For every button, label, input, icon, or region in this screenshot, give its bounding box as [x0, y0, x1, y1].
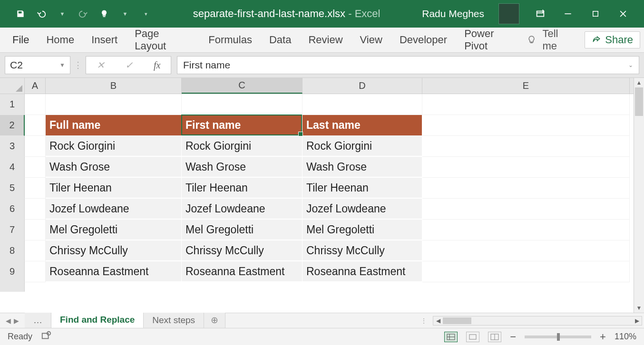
sheet-tab-ellipsis[interactable]: …: [25, 313, 51, 328]
row-header[interactable]: 1: [0, 94, 25, 115]
cell[interactable]: [422, 115, 630, 136]
tab-formulas[interactable]: Formulas: [200, 28, 261, 52]
tab-view[interactable]: View: [351, 28, 391, 52]
cell[interactable]: Chrissy McCully: [182, 240, 302, 261]
cell[interactable]: Chrissy McCully: [302, 240, 422, 261]
cell[interactable]: Rock Giorgini: [182, 136, 302, 157]
tab-insert[interactable]: Insert: [83, 28, 126, 52]
cell[interactable]: [25, 178, 46, 199]
row-header[interactable]: 4: [0, 157, 25, 178]
horizontal-scrollbar[interactable]: ◀ ▶: [433, 316, 642, 326]
cell[interactable]: [422, 220, 630, 240]
row-header[interactable]: 6: [0, 199, 25, 220]
view-page-layout-button[interactable]: [466, 332, 479, 342]
sheet-nav[interactable]: ◀▶: [0, 313, 25, 328]
cell[interactable]: [422, 261, 630, 282]
tab-home[interactable]: Home: [38, 28, 83, 52]
cell[interactable]: [422, 157, 630, 178]
row-header[interactable]: 8: [0, 240, 25, 261]
macro-record-icon[interactable]: [41, 330, 51, 343]
scroll-thumb[interactable]: [635, 87, 643, 116]
name-box[interactable]: C2 ▼: [5, 56, 70, 74]
cell[interactable]: Wash Grose: [182, 157, 302, 178]
close-icon[interactable]: [616, 7, 630, 20]
cell[interactable]: [422, 136, 630, 157]
cell[interactable]: [25, 240, 46, 261]
maximize-icon[interactable]: [589, 7, 602, 20]
cell[interactable]: Mel Gregoletti: [302, 220, 422, 240]
cell[interactable]: Tiler Heenan: [46, 178, 182, 199]
cell[interactable]: [25, 199, 46, 220]
view-page-break-button[interactable]: [488, 332, 501, 342]
cells-area[interactable]: Full nameFirst nameLast nameRock Giorgin…: [25, 94, 644, 292]
tab-file[interactable]: File: [4, 28, 38, 52]
spreadsheet-grid[interactable]: ABCDE 123456789 Full nameFirst nameLast …: [0, 78, 644, 313]
cell[interactable]: Mel Gregoletti: [182, 220, 302, 240]
cell[interactable]: Mel Gregoletti: [46, 220, 182, 240]
tab-data[interactable]: Data: [261, 28, 300, 52]
scroll-right-icon[interactable]: ▶: [632, 317, 642, 324]
cell[interactable]: Rock Giorgini: [46, 136, 182, 157]
row-header[interactable]: 2: [0, 115, 25, 136]
cell[interactable]: Tiler Heenan: [182, 178, 302, 199]
column-header[interactable]: C: [182, 78, 302, 94]
zoom-slider[interactable]: [525, 335, 591, 338]
chevron-down-icon[interactable]: ▼: [57, 9, 68, 19]
undo-icon[interactable]: [36, 9, 47, 19]
cell[interactable]: [25, 220, 46, 240]
avatar[interactable]: [498, 3, 519, 24]
cell[interactable]: Jozef Lowdeane: [182, 199, 302, 220]
chevron-down-icon[interactable]: ▼: [59, 62, 65, 68]
formula-input[interactable]: First name ⌄: [177, 56, 639, 74]
cell[interactable]: [422, 94, 630, 115]
row-header[interactable]: 7: [0, 220, 25, 240]
cell[interactable]: [25, 115, 46, 136]
cell[interactable]: Roseanna Eastment: [46, 261, 182, 282]
cell[interactable]: Roseanna Eastment: [302, 261, 422, 282]
cell[interactable]: Tiler Heenan: [302, 178, 422, 199]
split-handle[interactable]: ⋮: [420, 317, 433, 325]
sheet-tab-next[interactable]: Next steps: [144, 313, 204, 328]
cell[interactable]: Rock Giorgini: [302, 136, 422, 157]
cell[interactable]: Roseanna Eastment: [182, 261, 302, 282]
column-header[interactable]: B: [46, 78, 182, 94]
minimize-icon[interactable]: [561, 7, 575, 20]
tab-power-pivot[interactable]: Power Pivot: [456, 28, 527, 52]
tell-me[interactable]: Tell me: [527, 28, 574, 52]
scroll-thumb[interactable]: [443, 317, 471, 324]
column-header[interactable]: E: [422, 78, 630, 94]
column-header[interactable]: A: [25, 78, 46, 94]
split-handle[interactable]: ⋮: [76, 60, 80, 70]
cell[interactable]: [302, 94, 422, 115]
zoom-in-button[interactable]: +: [600, 331, 606, 343]
cell[interactable]: [25, 157, 46, 178]
account-name[interactable]: Radu Meghes: [422, 8, 484, 19]
vertical-scrollbar[interactable]: ▲ ▼: [634, 78, 644, 313]
share-button[interactable]: Share: [585, 31, 640, 48]
cell[interactable]: Wash Grose: [302, 157, 422, 178]
cell[interactable]: Last name: [302, 115, 422, 136]
cell[interactable]: Jozef Lowdeane: [46, 199, 182, 220]
qat-customize-icon[interactable]: ▾: [141, 9, 151, 19]
row-header[interactable]: 5: [0, 178, 25, 199]
chevron-down-icon[interactable]: ▼: [120, 9, 130, 19]
sheet-tab-active[interactable]: Find and Replace: [51, 312, 144, 328]
zoom-out-button[interactable]: −: [510, 331, 516, 343]
fx-icon[interactable]: fx: [154, 60, 160, 71]
scroll-up-icon[interactable]: ▲: [636, 78, 642, 87]
cell[interactable]: [422, 240, 630, 261]
cell[interactable]: [422, 199, 630, 220]
cell[interactable]: First name: [182, 115, 302, 136]
cell[interactable]: [25, 261, 46, 282]
scroll-down-icon[interactable]: ▼: [636, 303, 642, 313]
tab-review[interactable]: Review: [300, 28, 351, 52]
view-normal-button[interactable]: [444, 332, 458, 342]
zoom-level[interactable]: 110%: [615, 332, 636, 342]
column-header[interactable]: D: [302, 78, 422, 94]
tab-developer[interactable]: Developer: [391, 28, 456, 52]
cell[interactable]: [25, 136, 46, 157]
lightbulb-icon[interactable]: [99, 9, 109, 19]
row-header[interactable]: 3: [0, 136, 25, 157]
cell[interactable]: Full name: [46, 115, 182, 136]
cell[interactable]: Wash Grose: [46, 157, 182, 178]
